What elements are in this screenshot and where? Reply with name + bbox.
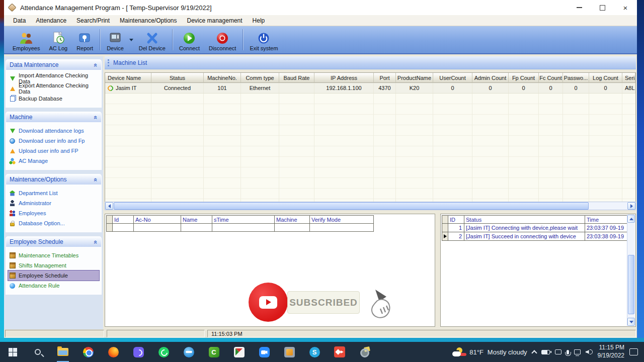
sidebar-item-attendance-rule[interactable]: Attendance Rule — [8, 281, 99, 291]
menu-device-management[interactable]: Device management — [182, 16, 248, 26]
col-password[interactable]: Passwo... — [563, 73, 589, 83]
sidebar-item-employee-schedule-selected[interactable]: Employee Schedule — [8, 270, 99, 281]
minimize-button[interactable] — [568, 0, 591, 15]
close-button[interactable]: × — [614, 0, 637, 15]
group-header-maintenance-options[interactable]: Maintenance/Options — [6, 174, 102, 185]
col-fp-count[interactable]: Fp Count — [509, 73, 539, 83]
horizontal-scrollbar-thumb[interactable] — [114, 202, 589, 210]
notification-center-button[interactable] — [629, 348, 638, 355]
col-comm-type[interactable]: Comm type — [241, 73, 279, 83]
group-header-machine[interactable]: Machine — [6, 112, 102, 122]
col-log-status[interactable]: Status — [464, 216, 585, 224]
tray-expand-button[interactable] — [532, 349, 536, 355]
scroll-left-button[interactable] — [105, 202, 113, 210]
col-log-time[interactable]: Time — [585, 216, 628, 224]
col-ac-no[interactable]: Ac-No — [134, 216, 181, 224]
connect-button[interactable]: Connect — [175, 26, 204, 53]
disconnect-button[interactable]: Disconnect — [204, 26, 240, 53]
col-admin-count[interactable]: Admin Count — [472, 73, 509, 83]
taskbar-file-explorer[interactable] — [50, 342, 75, 362]
col-user-count[interactable]: UserCount — [433, 73, 472, 83]
device-dropdown-arrow-icon[interactable] — [129, 39, 133, 41]
maximize-button[interactable] — [591, 0, 614, 15]
taskbar-teamviewer[interactable] — [176, 342, 201, 362]
taskbar-pinwheel-app[interactable] — [226, 342, 252, 362]
taskbar-firefox[interactable] — [101, 342, 126, 362]
col-device-name[interactable]: Device Name — [105, 73, 151, 83]
col-baud-rate[interactable]: Baud Rate — [279, 73, 314, 83]
col-port[interactable]: Port — [374, 73, 396, 83]
col-id[interactable]: Id — [113, 216, 134, 224]
taskbar-whatsapp[interactable] — [151, 342, 176, 362]
menu-attendance[interactable]: Attendance — [31, 16, 71, 26]
col-log-id[interactable]: ID — [448, 216, 464, 224]
battery-indicator[interactable] — [541, 350, 550, 354]
taskbar-screen-capture-app[interactable] — [352, 342, 377, 362]
machine-row-jasim-it[interactable]: Jasim IT Connected 101 Ethernet 192.168.… — [105, 83, 635, 94]
horizontal-scrollbar[interactable] — [105, 202, 636, 210]
weather-widget[interactable]: 81°F Mostly cloudy — [452, 347, 527, 356]
sidebar-item-employees[interactable]: Employees — [8, 208, 99, 218]
sidebar-item-database-option[interactable]: Database Option... — [8, 218, 99, 228]
col-serial[interactable]: Seria — [622, 73, 635, 83]
col-verify-mode[interactable]: Verify Mode — [310, 216, 374, 224]
volume-indicator[interactable] — [586, 349, 593, 354]
sidebar-item-backup-database[interactable]: Backup Database — [8, 94, 99, 104]
group-header-employee-schedule[interactable]: Employee Schedule — [6, 236, 102, 247]
empty-record-row[interactable] — [107, 224, 374, 232]
scroll-up-button[interactable] — [627, 215, 635, 223]
collapse-chevron-icon[interactable] — [93, 177, 99, 181]
col-name[interactable]: Name — [181, 216, 212, 224]
scroll-down-button[interactable] — [627, 318, 635, 326]
taskbar-camtasia[interactable]: C — [201, 342, 226, 362]
vertical-scrollbar-thumb[interactable] — [628, 255, 634, 314]
sidebar-item-export-attendance[interactable]: Export Attendance Checking Data — [8, 83, 99, 94]
start-button[interactable] — [0, 342, 25, 362]
device-button[interactable]: Device — [102, 26, 128, 53]
device-link-indicator[interactable] — [555, 349, 561, 354]
sidebar-item-ac-manage[interactable]: AC Manage — [8, 156, 99, 166]
search-button[interactable] — [25, 342, 50, 362]
col-fc-count[interactable]: Fc Count — [539, 73, 563, 83]
sidebar-item-administrator[interactable]: Administrator — [8, 198, 99, 208]
sidebar-item-upload-user-info[interactable]: Upload user info and FP — [8, 146, 99, 156]
ac-log-button[interactable]: AC Log — [44, 26, 72, 53]
log-row[interactable]: 1 [Jasim IT] Connecting with device,plea… — [442, 224, 628, 232]
network-indicator[interactable] — [574, 349, 581, 354]
sidebar-item-download-user-info[interactable]: Download user info and Fp — [8, 136, 99, 146]
collapse-chevron-icon[interactable] — [93, 63, 99, 66]
taskbar-vmware[interactable] — [277, 342, 302, 362]
employees-button[interactable]: Employees — [8, 26, 44, 53]
taskbar-red-media-app[interactable] — [327, 342, 352, 362]
taskbar-viber[interactable] — [126, 342, 151, 362]
taskbar-chrome[interactable] — [75, 342, 101, 362]
menu-maintenance-options[interactable]: Maintenance/Options — [115, 16, 182, 26]
sidebar-item-maintenance-timetables[interactable]: Maintenance Timetables — [8, 250, 99, 260]
menu-data[interactable]: Data — [8, 16, 31, 26]
menu-help[interactable]: Help — [248, 16, 270, 26]
taskbar-zoom[interactable] — [252, 342, 277, 362]
toolbar-grip-icon[interactable] — [108, 59, 109, 66]
exit-system-button[interactable]: Exit system — [245, 26, 282, 53]
log-row-current[interactable]: 2 [Jasim IT] Succeed in connecting with … — [442, 232, 628, 241]
col-status[interactable]: Status — [151, 73, 204, 83]
group-header-data-maintenance[interactable]: Data Maintenance — [6, 59, 102, 70]
col-stime[interactable]: sTime — [212, 216, 275, 224]
col-product-name[interactable]: ProductName — [396, 73, 433, 83]
report-button[interactable]: Report — [72, 26, 98, 53]
col-machine[interactable]: Machine — [275, 216, 310, 224]
sidebar-item-import-attendance[interactable]: Import Attendance Checking Data — [8, 73, 99, 83]
del-device-button[interactable]: Del Device — [134, 26, 170, 53]
col-machine-no[interactable]: MachineNo. — [204, 73, 241, 83]
collapse-chevron-icon[interactable] — [93, 115, 99, 119]
taskbar-clock[interactable]: 11:15 PM 9/19/2022 — [598, 344, 624, 359]
vertical-scrollbar[interactable] — [627, 215, 635, 326]
menu-search-print[interactable]: Search/Print — [71, 16, 115, 26]
scroll-right-button[interactable] — [627, 202, 635, 210]
sidebar-item-shifts-management[interactable]: Shifts Management — [8, 260, 99, 270]
col-ip-address[interactable]: IP Address — [314, 73, 374, 83]
sidebar-item-download-logs[interactable]: Download attendance logs — [8, 126, 99, 136]
microphone-indicator[interactable] — [567, 350, 569, 354]
taskbar-skype[interactable]: S — [302, 342, 327, 362]
collapse-chevron-icon[interactable] — [93, 240, 99, 243]
